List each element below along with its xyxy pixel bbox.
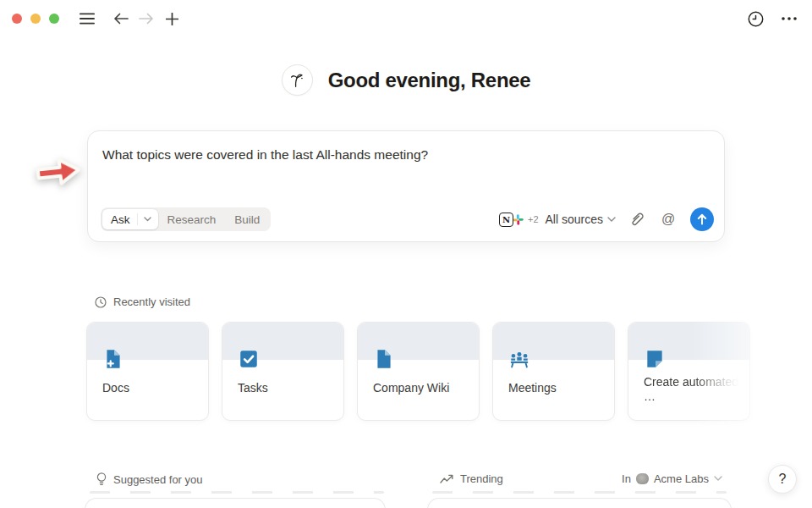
page-title: Good evening, Renee [328, 69, 531, 92]
trending-card[interactable] [427, 498, 732, 508]
workspace-prefix: In [622, 472, 631, 485]
mode-ask-label: Ask [102, 213, 137, 226]
mode-switcher: Ask Research Build [101, 207, 271, 231]
mode-ask-button[interactable]: Ask [102, 209, 158, 229]
people-table-icon [508, 348, 530, 370]
skeleton-dashes [432, 491, 727, 494]
extra-sources-count: +2 [528, 214, 539, 224]
skeleton-dashes [90, 491, 384, 494]
document-plus-icon [102, 348, 124, 370]
workspace-avatar [636, 473, 649, 484]
ellipsis-icon [782, 17, 797, 20]
history-clock-icon [748, 11, 764, 27]
suggested-header: Suggested for you [96, 472, 203, 487]
trending-up-icon [440, 474, 453, 484]
attach-file-button[interactable] [624, 207, 648, 231]
palm-doodle-icon [288, 71, 306, 90]
lightbulb-icon [96, 472, 107, 487]
plus-icon [166, 13, 178, 25]
all-sources-label: All sources [546, 213, 603, 226]
card-meetings[interactable]: Meetings [492, 322, 615, 421]
traffic-light-zoom-button[interactable] [49, 14, 59, 24]
greeting-avatar [282, 64, 313, 96]
folded-note-icon [644, 348, 666, 370]
at-sign-icon: @ [661, 212, 675, 227]
traffic-light-minimize-button[interactable] [30, 14, 41, 24]
composer-controls: N +2 All sources [499, 207, 714, 231]
greeting: Good evening, Renee [0, 64, 812, 96]
suggested-card[interactable] [85, 498, 386, 508]
card-label: Tasks [238, 381, 335, 395]
notion-icon: N [499, 213, 513, 227]
chevron-down-icon [714, 476, 722, 482]
suggested-title: Suggested for you [113, 473, 203, 486]
forward-arrow-icon [139, 13, 154, 25]
sources-selector[interactable]: N +2 All sources [499, 213, 616, 227]
card-company-wiki[interactable]: Company Wiki [357, 322, 480, 421]
send-button[interactable] [690, 207, 714, 231]
card-create-automated[interactable]: Create automated … [628, 322, 750, 421]
card-label: Docs [102, 381, 200, 395]
arrow-up-icon [697, 213, 707, 225]
new-tab-button[interactable] [161, 8, 183, 30]
recently-visited-header: Recently visited [95, 295, 190, 308]
app-window: Good evening, Renee What topics were cov… [0, 0, 812, 508]
back-arrow-icon [113, 13, 129, 25]
mode-research-button[interactable]: Research [158, 213, 226, 226]
back-button[interactable] [110, 8, 132, 30]
workspace-selector[interactable]: In Acme Labs [622, 472, 722, 485]
recently-visited-cards: Docs Tasks Company Wiki [86, 322, 750, 421]
chevron-down-icon [144, 217, 151, 222]
annotation-arrow [33, 151, 84, 191]
card-label: Company Wiki [373, 381, 470, 395]
card-label: Meetings [508, 381, 606, 395]
history-button[interactable] [744, 8, 766, 30]
sidebar-menu-button[interactable] [76, 8, 98, 30]
chevron-down-icon [607, 217, 616, 223]
traffic-light-close-button[interactable] [12, 14, 22, 24]
paperclip-icon [629, 212, 644, 227]
menu-icon [80, 13, 95, 25]
query-input[interactable]: What topics were covered in the last All… [102, 147, 710, 163]
mention-button[interactable]: @ [656, 207, 680, 231]
workspace-name: Acme Labs [654, 472, 709, 485]
trending-header: Trending [440, 472, 503, 485]
recently-visited-title: Recently visited [113, 295, 190, 308]
trending-title: Trending [460, 472, 503, 485]
mode-build-button[interactable]: Build [225, 213, 269, 226]
forward-button[interactable] [135, 8, 157, 30]
checkbox-icon [238, 348, 260, 370]
card-tasks[interactable]: Tasks [222, 322, 344, 421]
help-button[interactable]: ? [768, 465, 797, 494]
document-icon [373, 348, 395, 370]
ai-composer: What topics were covered in the last All… [87, 130, 725, 242]
card-label: Create automated … [644, 375, 741, 404]
clock-icon [95, 296, 107, 308]
more-options-button[interactable] [778, 8, 800, 30]
titlebar [0, 0, 812, 37]
card-docs[interactable]: Docs [86, 322, 209, 421]
mode-dropdown[interactable] [137, 213, 158, 225]
composer-toolbar: Ask Research Build N [101, 207, 714, 231]
